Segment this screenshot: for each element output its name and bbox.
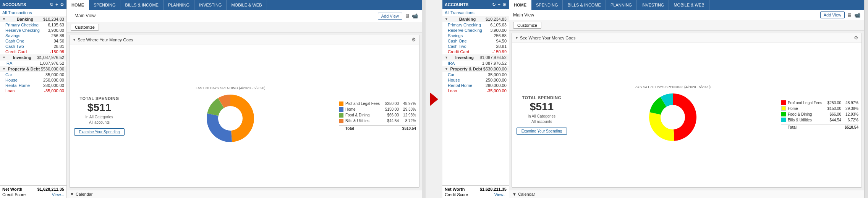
house-bal-left: 250,000.00 (43, 78, 64, 82)
cash-one-right[interactable]: Cash One (448, 39, 467, 43)
all-transactions-left[interactable]: All Transactions (0, 9, 66, 16)
video-icon-left[interactable]: 📹 (412, 13, 418, 19)
tab-investing-right[interactable]: INVESTING (637, 0, 669, 10)
add-icon-left[interactable]: + (55, 2, 58, 7)
widget-toggle-right[interactable]: ▼ (515, 36, 518, 40)
widget-gear-left[interactable]: ⚙ (411, 37, 416, 43)
tab-mobile-right[interactable]: MOBILE & WEB (669, 0, 709, 10)
credit-card-right[interactable]: Credit Card (448, 49, 469, 54)
customize-btn-right[interactable]: Customize (513, 22, 541, 29)
credit-score-view-left[interactable]: View... (52, 192, 64, 197)
accounts-header-left: ACCOUNTS ↻ + ⚙ (0, 0, 66, 9)
investing-title-left: Investing (13, 55, 31, 60)
list-item: Reserve Checking 3,900.00 (0, 28, 66, 33)
savings-left[interactable]: Savings (5, 33, 20, 38)
legend-item-right-1: Home $150.00 29.38% (781, 106, 858, 111)
left-main: HOME SPENDING BILLS & INCOME PLANNING IN… (67, 0, 422, 198)
list-item: IRA 1,087,976.52 (442, 61, 509, 66)
calendar-toggle-right[interactable]: ▼ (512, 192, 517, 196)
house-right[interactable]: House (448, 78, 460, 82)
refresh-icon-left[interactable]: ↻ (50, 2, 53, 7)
legend-total-amount-left: $510.54 (399, 126, 416, 131)
examine-btn-right[interactable]: Examine Your Spending (517, 128, 567, 135)
tab-spending-left[interactable]: SPENDING (89, 0, 120, 10)
calendar-toggle-left[interactable]: ▼ (70, 192, 74, 196)
banking-toggle-right[interactable]: ▼ (445, 17, 448, 21)
list-item: Cash Two 28.81 (0, 44, 66, 49)
primary-checking-left[interactable]: Primary Checking (5, 23, 39, 27)
tab-spending-right[interactable]: SPENDING (531, 0, 563, 10)
tab-bills-right[interactable]: BILLS & INCOME (563, 0, 606, 10)
header-right-left: Add View 🖥 📹 (378, 13, 418, 20)
loan-bal-right: -35,000.00 (486, 88, 507, 93)
monitor-icon-right[interactable]: 🖥 (847, 12, 852, 18)
legend-pct-0-left: 48.97% (401, 101, 416, 106)
reserve-checking-left[interactable]: Reserve Checking (5, 28, 40, 33)
tab-mobile-left[interactable]: MOBILE & WEB (227, 0, 267, 10)
tab-planning-left[interactable]: PLANNING (164, 0, 194, 10)
investing-toggle-right[interactable]: ▼ (445, 56, 448, 59)
savings-right[interactable]: Savings (448, 33, 463, 38)
investing-total-left: $1,087,976.52 (37, 55, 64, 60)
add-view-btn-left[interactable]: Add View (378, 13, 402, 20)
credit-card-left[interactable]: Credit Card (5, 49, 27, 54)
monitor-icon-left[interactable]: 🖥 (405, 13, 410, 19)
chart-title-right: AYS S&T 30 DAYS SPENDING (4/2020 - 5/202… (635, 85, 711, 89)
scrollbar-right[interactable] (864, 0, 868, 198)
total-sub2-right: All accounts (531, 119, 552, 124)
property-toggle-left[interactable]: ▼ (2, 67, 6, 71)
rental-home-bal-left: 280,000.00 (43, 83, 64, 88)
car-left[interactable]: Car (5, 72, 12, 77)
customize-bar-right: Customize (509, 20, 864, 31)
widget-gear-right[interactable]: ⚙ (854, 35, 858, 41)
rental-home-left[interactable]: Rental Home (5, 83, 30, 88)
primary-checking-right[interactable]: Primary Checking (448, 23, 481, 27)
examine-btn-left[interactable]: Examine Your Spending (74, 128, 125, 136)
content-header-left: Main View Add View 🖥 📹 (67, 10, 422, 22)
property-toggle-right[interactable]: ▼ (445, 67, 448, 71)
legend-item-right-3: Bills & Utilities $44.54 6.72% (781, 118, 858, 122)
gear-icon-left[interactable]: ⚙ (60, 2, 64, 7)
refresh-icon-right[interactable]: ↻ (492, 2, 496, 7)
customize-bar-left: Customize (67, 22, 422, 33)
house-left[interactable]: House (5, 78, 18, 82)
legend-total-label-right: Total (781, 125, 841, 129)
all-transactions-right[interactable]: All Transactions (442, 9, 509, 16)
scrollbar-left[interactable] (422, 0, 426, 198)
investing-toggle-left[interactable]: ▼ (2, 56, 6, 59)
loan-right[interactable]: Loan (448, 88, 457, 93)
credit-score-view-right[interactable]: View... (494, 192, 507, 197)
add-view-btn-right[interactable]: Add View (820, 11, 845, 18)
ira-left[interactable]: IRA (5, 61, 12, 65)
reserve-checking-right[interactable]: Reserve Checking (448, 28, 482, 33)
rental-home-right[interactable]: Rental Home (448, 83, 472, 88)
calendar-section-left: ▼ Calendar (67, 190, 422, 198)
tab-investing-left[interactable]: INVESTING (194, 0, 227, 10)
legend-name-1-left: Home (345, 107, 380, 111)
tab-home-left[interactable]: HOME (67, 0, 89, 10)
left-sidebar: ACCOUNTS ↻ + ⚙ All Transactions ▼ Bankin… (0, 0, 67, 198)
list-item: House 250,000.00 (0, 77, 66, 83)
customize-btn-left[interactable]: Customize (71, 24, 99, 31)
tab-home-right[interactable]: HOME (509, 0, 531, 10)
legend-item-left-0: Prof and Legal Fees $250.00 48.97% (339, 101, 416, 106)
ira-right[interactable]: IRA (448, 61, 455, 65)
banking-toggle-left[interactable]: ▼ (2, 17, 6, 21)
cash-one-left[interactable]: Cash One (5, 39, 24, 43)
spending-widget-left: ▼ See Where Your Money Goes ⚙ TOTAL SPEN… (69, 35, 419, 188)
gear-icon-right[interactable]: ⚙ (502, 2, 507, 7)
cash-two-right[interactable]: Cash Two (448, 44, 466, 49)
loan-left[interactable]: Loan (5, 88, 15, 93)
property-total-right: $530,000.00 (483, 67, 507, 71)
tab-planning-right[interactable]: PLANNING (606, 0, 637, 10)
legend-amount-1-left: $150.00 (382, 107, 399, 111)
legend-item-left-1: Home $150.00 29.38% (339, 107, 416, 112)
legend-pct-3-left: 8.72% (401, 119, 416, 123)
cash-two-left[interactable]: Cash Two (5, 44, 24, 49)
video-icon-right[interactable]: 📹 (854, 12, 860, 18)
property-title-left: Property & Debt (8, 67, 40, 71)
car-right[interactable]: Car (448, 72, 455, 77)
add-icon-right[interactable]: + (498, 2, 500, 7)
tab-bills-left[interactable]: BILLS & INCOME (120, 0, 163, 10)
widget-toggle-left[interactable]: ▼ (73, 38, 76, 42)
